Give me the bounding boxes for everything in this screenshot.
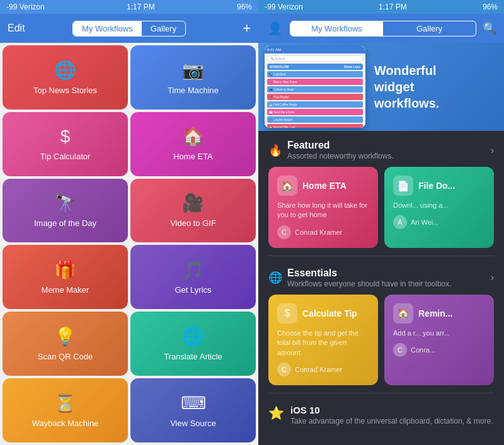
left-status-bar: -99 Verizon 1:17 PM 96% — [0, 0, 258, 14]
workflow-item-tip-calc[interactable]: $Tip Calculator — [3, 112, 128, 176]
card-avatar-calc-tip-card: C — [277, 363, 291, 376]
workflow-item-image-day[interactable]: 🔭Image of the Day — [3, 179, 128, 243]
workflow-icon-video-gif: 🎥 — [182, 193, 204, 213]
right-status-bar: -99 Verizon 1:17 PM 96% — [258, 0, 504, 14]
workflow-label-top-news: Top News Stories — [33, 86, 97, 96]
ios10-star-icon: ⭐ — [268, 405, 284, 420]
right-panel: -99 Verizon 1:17 PM 96% 👤 My Workflows G… — [258, 0, 504, 445]
workflow-item-translate[interactable]: 🌐Translate Article — [130, 312, 256, 376]
card-avatar-remind-card: C — [393, 343, 407, 357]
workflow-label-get-lyrics: Get Lyrics — [175, 285, 211, 295]
card-avatar-home-eta-card: C — [277, 225, 291, 239]
phone-header: WORKFLOW Show Less — [267, 64, 363, 70]
card-icon-calc-tip-card: $ — [277, 303, 297, 324]
card-icon-remind-card: 🏠 — [393, 303, 413, 324]
workflow-icon-get-lyrics: 🎵 — [182, 259, 204, 280]
section-header-featured[interactable]: 🔥FeaturedAssorted noteworthy workflows.› — [268, 140, 494, 161]
card-desc-file-do-card: Downl... using a... — [393, 201, 485, 210]
workflow-item-video-gif[interactable]: 🎥Video to GIF — [130, 179, 256, 243]
ios10-section[interactable]: ⭐iOS 10Take advantage of the universal c… — [258, 396, 504, 434]
gallery-card-remind-card[interactable]: 🏠Remin...Add a r... you arr...CConra... — [384, 295, 494, 385]
card-author-remind-card: Conra... — [411, 346, 435, 354]
workflow-label-translate: Translate Article — [164, 352, 222, 362]
tab-my-workflows-right[interactable]: My Workflows — [290, 21, 383, 36]
workflow-label-scan-qr: Scan QR Code — [38, 352, 93, 362]
workflow-item-meme-maker[interactable]: 🎁Meme Maker — [3, 245, 128, 309]
tab-gallery-right[interactable]: Gallery — [383, 21, 476, 36]
left-navbar: Edit My Workflows Gallery + — [0, 14, 258, 43]
card-author-file-do-card: Ari Wei... — [411, 218, 438, 226]
card-desc-home-eta-card: Share how long it will take for you to g… — [277, 201, 369, 220]
gallery-section-featured: 🔥FeaturedAssorted noteworthy workflows.›… — [258, 131, 504, 253]
right-battery: 96% — [483, 3, 498, 11]
section-icon-featured: 🔥 — [268, 144, 282, 157]
tab-gallery-left[interactable]: Gallery — [142, 21, 185, 36]
section-subtitle-featured: Assorted noteworthy workflows. — [287, 152, 394, 161]
right-carrier: -99 Verizon — [265, 3, 303, 11]
card-title-file-do-card: File Do... — [418, 181, 455, 191]
left-carrier: -99 Verizon — [6, 3, 45, 11]
chevron-right-icon[interactable]: › — [491, 145, 494, 156]
workflow-item-scan-qr[interactable]: 💡Scan QR Code — [3, 312, 128, 376]
phone-mockup: 9:41 AM 🔍 Search WORKFLOW Show Less 📞 Ca… — [265, 46, 365, 128]
cards-row-featured: 🏠Home ETAShare how long it will take for… — [268, 167, 494, 248]
right-time: 1:17 PM — [379, 3, 407, 11]
workflow-icon-image-day: 🔭 — [54, 193, 76, 213]
card-icon-home-eta-card: 🏠 — [277, 176, 297, 196]
card-desc-remind-card: Add a r... you arr... — [393, 329, 485, 338]
hero-text: Wonderfulwidgetworkflows. — [365, 62, 448, 111]
profile-icon[interactable]: 👤 — [266, 21, 284, 36]
section-divider — [268, 256, 494, 256]
workflow-icon-top-news: 🌐 — [54, 60, 76, 81]
left-tab-group: My Workflows Gallery — [72, 21, 186, 37]
chevron-right-icon[interactable]: › — [491, 272, 494, 283]
right-navbar: 👤 My Workflows Gallery 🔍 — [258, 14, 504, 43]
card-author-home-eta-card: Conrad Kramer — [295, 228, 342, 236]
section-divider — [268, 393, 494, 393]
workflow-grid: 🌐Top News Stories📷Time Machine$Tip Calcu… — [0, 43, 258, 445]
section-icon-essentials: 🌐 — [268, 271, 282, 284]
add-workflow-button[interactable]: + — [186, 20, 251, 37]
workflow-icon-time-machine: 📷 — [182, 60, 204, 81]
workflow-icon-translate: 🌐 — [182, 326, 204, 347]
workflow-label-time-machine: Time Machine — [168, 86, 219, 96]
search-icon[interactable]: 🔍 — [483, 21, 496, 35]
workflow-item-home-eta[interactable]: 🏠Home ETA — [130, 112, 256, 176]
workflow-item-wayback[interactable]: ⏳Wayback Machine — [3, 378, 128, 442]
card-avatar-file-do-card: A — [393, 215, 407, 229]
card-title-remind-card: Remin... — [418, 308, 452, 318]
workflow-icon-meme-maker: 🎁 — [54, 259, 76, 280]
workflow-label-home-eta: Home ETA — [173, 152, 213, 162]
card-desc-calc-tip-card: Choose the tip and get the total bill fr… — [277, 329, 369, 358]
workflow-icon-tip-calc: $ — [60, 127, 71, 147]
card-author-calc-tip-card: Conrad Kramer — [295, 366, 342, 373]
workflow-item-top-news[interactable]: 🌐Top News Stories — [3, 45, 128, 110]
left-battery: 96% — [237, 3, 252, 11]
gallery-overlay[interactable]: 🔥FeaturedAssorted noteworthy workflows.›… — [258, 131, 504, 445]
tab-my-workflows-left[interactable]: My Workflows — [73, 21, 142, 36]
hero-section: 9:41 AM 🔍 Search WORKFLOW Show Less 📞 Ca… — [258, 43, 504, 131]
workflow-item-view-source[interactable]: ⌨View Source — [130, 378, 256, 442]
workflow-item-get-lyrics[interactable]: 🎵Get Lyrics — [130, 245, 256, 309]
workflow-label-view-source: View Source — [170, 419, 216, 429]
workflow-label-meme-maker: Meme Maker — [42, 285, 89, 295]
gallery-card-file-do-card[interactable]: 📄File Do...Downl... using a...AAri Wei..… — [384, 167, 494, 248]
gallery-card-calc-tip-card[interactable]: $Calculate TipChoose the tip and get the… — [268, 295, 378, 385]
section-title-essentials: Essentials — [287, 268, 452, 279]
ios10-title: iOS 10 — [290, 405, 493, 415]
gallery-section-essentials: 🌐EssentialsWorkflows everyone should hav… — [258, 259, 504, 390]
workflow-icon-view-source: ⌨ — [181, 393, 206, 414]
edit-button[interactable]: Edit — [8, 23, 72, 34]
right-tab-group: My Workflows Gallery — [290, 21, 476, 37]
section-header-essentials[interactable]: 🌐EssentialsWorkflows everyone should hav… — [268, 268, 494, 288]
left-panel: -99 Verizon 1:17 PM 96% Edit My Workflow… — [0, 0, 258, 445]
card-icon-file-do-card: 📄 — [393, 176, 413, 196]
workflow-label-tip-calc: Tip Calculator — [40, 152, 91, 162]
left-time: 1:17 PM — [127, 3, 155, 11]
workflow-icon-wayback: ⏳ — [54, 393, 76, 414]
workflow-icon-scan-qr: 💡 — [54, 326, 76, 347]
workflow-label-video-gif: Video to GIF — [170, 218, 216, 228]
workflow-item-time-machine[interactable]: 📷Time Machine — [130, 45, 256, 110]
gallery-card-home-eta-card[interactable]: 🏠Home ETAShare how long it will take for… — [268, 167, 378, 248]
workflow-label-image-day: Image of the Day — [34, 218, 96, 228]
